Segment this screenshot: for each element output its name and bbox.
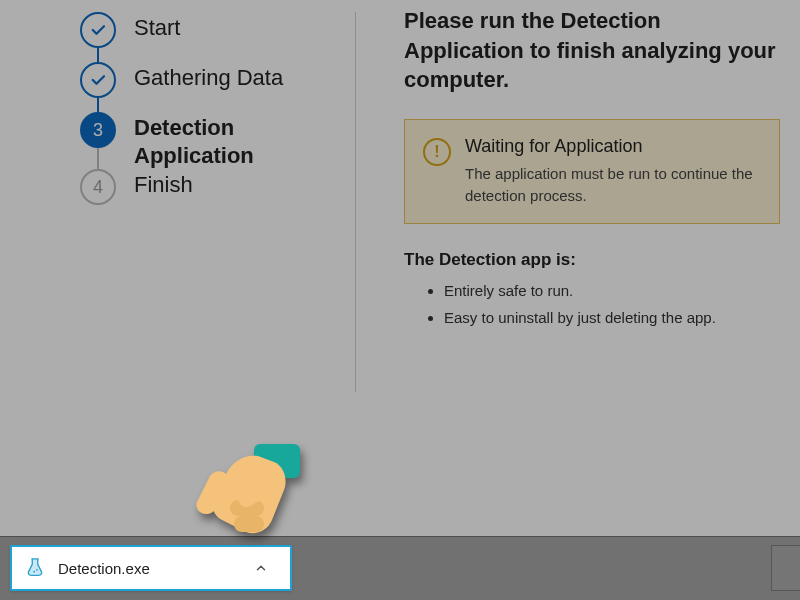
- step-start[interactable]: Start: [80, 12, 355, 62]
- alert-description: The application must be run to continue …: [465, 163, 761, 207]
- download-filename: Detection.exe: [58, 560, 254, 577]
- chevron-up-icon[interactable]: [254, 561, 280, 575]
- step-label: Gathering Data: [134, 62, 283, 92]
- detection-app-bullets: Entirely safe to run. Easy to uninstall …: [404, 280, 780, 328]
- show-all-button[interactable]: [771, 545, 800, 591]
- step-finish[interactable]: 4 Finish: [80, 169, 355, 219]
- alert-title: Waiting for Application: [465, 136, 761, 157]
- step-label: Finish: [134, 169, 193, 199]
- list-item: Entirely safe to run.: [444, 280, 780, 301]
- warning-icon: !: [423, 138, 451, 166]
- svg-point-1: [36, 569, 38, 571]
- check-icon: [80, 62, 116, 98]
- list-item: Easy to uninstall by just deleting the a…: [444, 307, 780, 328]
- step-label: Start: [134, 12, 180, 42]
- wizard-stepper: Start Gathering Data 3 Detection Applica…: [0, 0, 355, 530]
- download-chip[interactable]: Detection.exe: [10, 545, 292, 591]
- svg-point-0: [33, 571, 35, 573]
- instruction-text: Please run the Detection Application to …: [404, 6, 780, 95]
- step-detection-application[interactable]: 3 Detection Application: [80, 112, 355, 169]
- file-icon: [24, 557, 46, 579]
- detection-app-heading: The Detection app is:: [404, 250, 780, 270]
- step-label: Detection Application: [134, 112, 355, 169]
- step-gathering-data[interactable]: Gathering Data: [80, 62, 355, 112]
- step-number-icon: 4: [80, 169, 116, 205]
- waiting-alert: ! Waiting for Application The applicatio…: [404, 119, 780, 224]
- step-number-icon: 3: [80, 112, 116, 148]
- check-icon: [80, 12, 116, 48]
- main-panel: Please run the Detection Application to …: [356, 0, 800, 530]
